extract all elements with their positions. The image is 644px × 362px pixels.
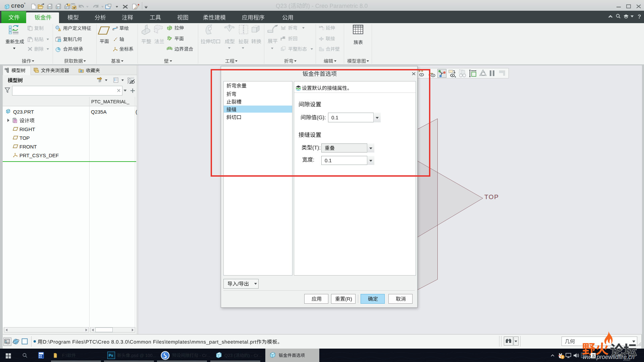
svg-text:Ps: Ps [109,353,113,357]
